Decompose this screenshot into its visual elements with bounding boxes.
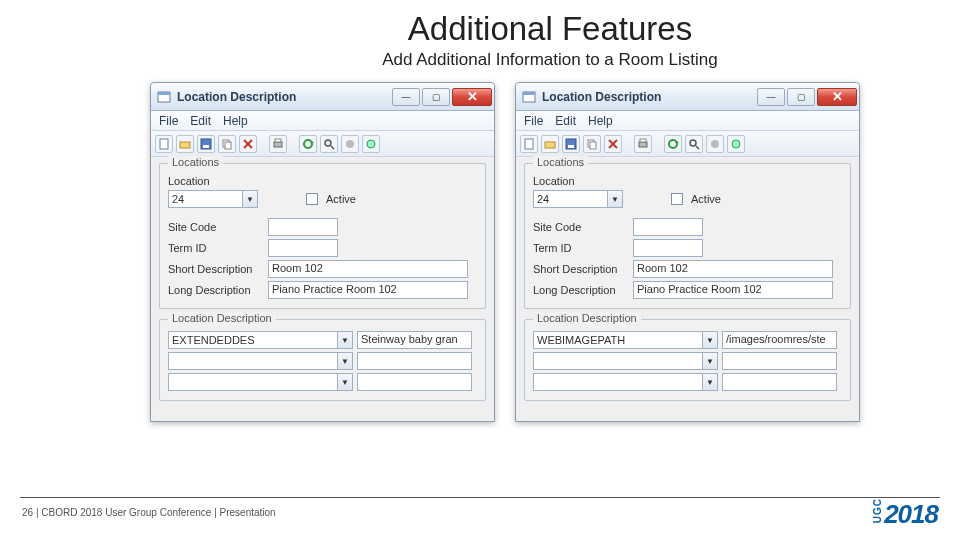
svg-rect-21 — [545, 142, 555, 148]
label-location: Location — [533, 175, 629, 187]
menu-file[interactable]: File — [524, 114, 543, 128]
menu-edit[interactable]: Edit — [555, 114, 576, 128]
new-icon[interactable] — [155, 135, 173, 153]
chevron-down-icon: ▼ — [702, 332, 717, 348]
shortdesc-input[interactable]: Room 102 — [633, 260, 833, 278]
close-button[interactable]: ✕ — [452, 88, 492, 106]
desc-value-input-3[interactable] — [722, 373, 837, 391]
save-icon[interactable] — [562, 135, 580, 153]
desc-key-dropdown-3[interactable]: ▼ — [533, 373, 718, 391]
app-icon — [522, 90, 536, 104]
label-shortdesc: Short Description — [168, 263, 264, 275]
slide-subtitle: Add Additional Information to a Room Lis… — [0, 50, 960, 70]
svg-point-34 — [711, 140, 719, 148]
delete-icon[interactable] — [604, 135, 622, 153]
toolbar-icon-a[interactable] — [706, 135, 724, 153]
delete-icon[interactable] — [239, 135, 257, 153]
menu-edit[interactable]: Edit — [190, 114, 211, 128]
refresh-icon[interactable] — [664, 135, 682, 153]
groupbox-location-description: Location Description WEBIMAGEPATH ▼ /ima… — [524, 319, 851, 401]
chevron-down-icon: ▼ — [337, 353, 352, 369]
maximize-button[interactable]: ▢ — [422, 88, 450, 106]
chevron-down-icon: ▼ — [337, 374, 352, 390]
shortdesc-input[interactable]: Room 102 — [268, 260, 468, 278]
svg-rect-25 — [590, 142, 596, 149]
window-location-description-right: Location Description — ▢ ✕ File Edit Hel… — [515, 82, 860, 422]
toolbar-icon-a[interactable] — [341, 135, 359, 153]
toolbar — [151, 131, 494, 157]
svg-rect-5 — [203, 145, 209, 148]
svg-point-30 — [669, 140, 677, 148]
chevron-down-icon: ▼ — [702, 353, 717, 369]
active-checkbox[interactable] — [671, 193, 683, 205]
location-dropdown[interactable]: 24 ▼ — [533, 190, 623, 208]
copy-icon[interactable] — [218, 135, 236, 153]
svg-rect-20 — [525, 139, 533, 149]
desc-key-dropdown-1[interactable]: WEBIMAGEPATH ▼ — [533, 331, 718, 349]
footer-text: 26 | CBORD 2018 User Group Conference | … — [22, 507, 276, 518]
svg-rect-2 — [160, 139, 168, 149]
menu-file[interactable]: File — [159, 114, 178, 128]
desc-key-dropdown-2[interactable]: ▼ — [168, 352, 353, 370]
refresh-icon[interactable] — [299, 135, 317, 153]
label-shortdesc: Short Description — [533, 263, 629, 275]
desc-value-input-1[interactable]: /images/roomres/ste — [722, 331, 837, 349]
titlebar: Location Description — ▢ ✕ — [516, 83, 859, 111]
longdesc-input[interactable]: Piano Practice Room 102 — [268, 281, 468, 299]
group-legend-locations: Locations — [533, 156, 588, 168]
maximize-button[interactable]: ▢ — [787, 88, 815, 106]
desc-value-input-1[interactable]: Steinway baby gran — [357, 331, 472, 349]
svg-point-12 — [304, 140, 312, 148]
app-icon — [157, 90, 171, 104]
termid-input[interactable] — [633, 239, 703, 257]
svg-rect-19 — [523, 92, 535, 95]
desc-key-dropdown-1[interactable]: EXTENDEDDES ▼ — [168, 331, 353, 349]
save-icon[interactable] — [197, 135, 215, 153]
label-location: Location — [168, 175, 264, 187]
window-title: Location Description — [177, 90, 384, 104]
menu-help[interactable]: Help — [588, 114, 613, 128]
location-dropdown[interactable]: 24 ▼ — [168, 190, 258, 208]
open-icon[interactable] — [541, 135, 559, 153]
label-active: Active — [691, 193, 721, 205]
desc-key-dropdown-3[interactable]: ▼ — [168, 373, 353, 391]
svg-rect-10 — [274, 142, 282, 147]
menu-help[interactable]: Help — [223, 114, 248, 128]
minimize-button[interactable]: — — [392, 88, 420, 106]
toolbar-icon-b[interactable] — [727, 135, 745, 153]
footer-logo: UGC 2018 — [872, 498, 938, 530]
logo-ugc-text: UGC — [872, 498, 883, 523]
longdesc-input[interactable]: Piano Practice Room 102 — [633, 281, 833, 299]
window-title: Location Description — [542, 90, 749, 104]
desc-key-dropdown-2[interactable]: ▼ — [533, 352, 718, 370]
label-termid: Term ID — [533, 242, 629, 254]
label-longdesc: Long Description — [533, 284, 629, 296]
toolbar-icon-b[interactable] — [362, 135, 380, 153]
new-icon[interactable] — [520, 135, 538, 153]
sitecode-input[interactable] — [633, 218, 703, 236]
footer-rule — [20, 497, 940, 498]
active-checkbox[interactable] — [306, 193, 318, 205]
desc-value-input-2[interactable] — [357, 352, 472, 370]
minimize-button[interactable]: — — [757, 88, 785, 106]
label-sitecode: Site Code — [168, 221, 264, 233]
search-icon[interactable] — [320, 135, 338, 153]
slide-title: Additional Features — [0, 10, 960, 48]
print-icon[interactable] — [634, 135, 652, 153]
desc-value-input-3[interactable] — [357, 373, 472, 391]
sitecode-input[interactable] — [268, 218, 338, 236]
desc-value-input-2[interactable] — [722, 352, 837, 370]
search-icon[interactable] — [685, 135, 703, 153]
toolbar — [516, 131, 859, 157]
copy-icon[interactable] — [583, 135, 601, 153]
svg-point-35 — [732, 140, 740, 148]
label-longdesc: Long Description — [168, 284, 264, 296]
close-button[interactable]: ✕ — [817, 88, 857, 106]
print-icon[interactable] — [269, 135, 287, 153]
titlebar: Location Description — ▢ ✕ — [151, 83, 494, 111]
groupbox-location-description: Location Description EXTENDEDDES ▼ Stein… — [159, 319, 486, 401]
open-icon[interactable] — [176, 135, 194, 153]
page-number: 26 — [22, 507, 33, 518]
termid-input[interactable] — [268, 239, 338, 257]
svg-rect-11 — [275, 139, 281, 142]
